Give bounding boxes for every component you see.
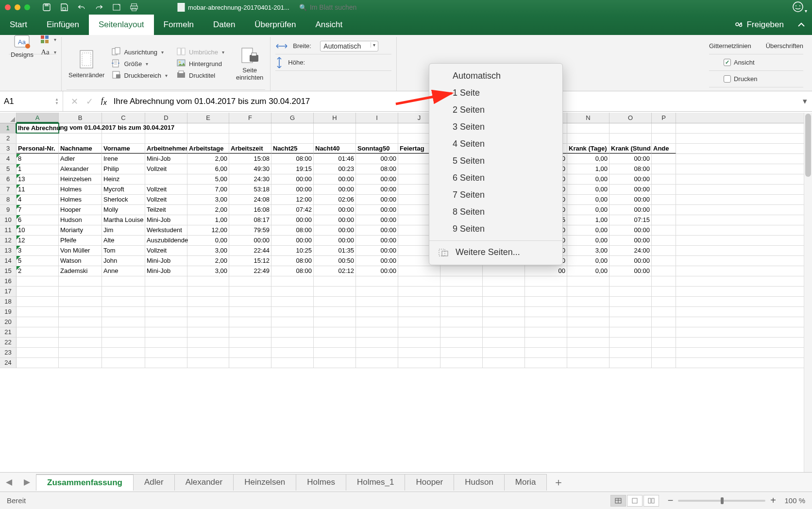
margins-button[interactable]: Seitenränder xyxy=(67,48,106,80)
cell[interactable] xyxy=(102,307,145,317)
cell[interactable]: Zademski xyxy=(59,266,102,276)
cell[interactable] xyxy=(652,287,676,296)
collapse-ribbon-button[interactable] xyxy=(791,15,812,35)
cell[interactable] xyxy=(483,317,525,327)
cell[interactable] xyxy=(314,297,356,306)
cell[interactable] xyxy=(187,358,229,368)
cell[interactable] xyxy=(567,276,609,286)
cell[interactable] xyxy=(525,317,567,327)
close-button[interactable] xyxy=(5,4,11,10)
cell[interactable] xyxy=(652,338,676,347)
cell[interactable] xyxy=(102,276,145,286)
cell[interactable] xyxy=(187,287,229,296)
cell[interactable] xyxy=(59,307,102,317)
col-header-E[interactable]: E xyxy=(187,113,229,123)
cell[interactable] xyxy=(356,358,398,368)
cell[interactable]: 0,00 xyxy=(187,236,229,245)
cell[interactable] xyxy=(271,287,314,296)
row-header[interactable]: 22 xyxy=(0,338,17,347)
cancel-icon[interactable]: ✕ xyxy=(71,96,78,107)
orientation-button[interactable]: Ausrichtung xyxy=(111,47,168,57)
cell[interactable] xyxy=(567,317,609,327)
cell[interactable] xyxy=(356,307,398,317)
cell[interactable] xyxy=(102,297,145,306)
cell[interactable] xyxy=(356,317,398,327)
sheet-tab-hooper[interactable]: Hooper xyxy=(405,474,454,491)
cell[interactable]: 01:46 xyxy=(314,154,356,164)
cell[interactable] xyxy=(59,287,102,296)
cell[interactable] xyxy=(59,327,102,337)
cell[interactable]: 12:00 xyxy=(271,195,314,204)
cell[interactable] xyxy=(356,348,398,357)
cell[interactable]: 00:00 xyxy=(356,236,398,245)
cell[interactable] xyxy=(145,348,187,357)
cell[interactable]: 0,00 xyxy=(567,174,609,184)
cell[interactable] xyxy=(567,338,609,347)
cell[interactable]: 00:00 xyxy=(314,215,356,225)
cell[interactable]: 00:00 xyxy=(609,195,652,204)
cell[interactable] xyxy=(271,317,314,327)
cell[interactable]: Holmes xyxy=(59,195,102,204)
cell[interactable]: 00:00 xyxy=(609,185,652,194)
cell[interactable]: 12 xyxy=(17,236,59,245)
cell[interactable]: 16:08 xyxy=(229,205,271,215)
cell[interactable] xyxy=(609,307,652,317)
cell[interactable] xyxy=(652,348,676,357)
cell[interactable]: 0,00 xyxy=(567,154,609,164)
name-box-spinner[interactable]: ▲▼ xyxy=(55,98,59,105)
cell[interactable]: Pfeife xyxy=(59,236,102,245)
cell[interactable]: 3 xyxy=(17,246,59,255)
row-header[interactable]: 21 xyxy=(0,327,17,337)
cell[interactable]: 00 xyxy=(525,266,567,276)
cell[interactable] xyxy=(609,327,652,337)
sheet-tab-alexander[interactable]: Alexander xyxy=(174,474,234,491)
tab-seitenlayout[interactable]: Seitenlayout xyxy=(89,15,154,35)
dropdown-item[interactable]: 9 Seiten xyxy=(429,221,562,238)
cell[interactable]: 6 xyxy=(17,215,59,225)
cell[interactable] xyxy=(652,276,676,286)
cell[interactable] xyxy=(271,123,314,133)
cell[interactable] xyxy=(17,276,59,286)
cell[interactable] xyxy=(229,287,271,296)
cell[interactable] xyxy=(229,123,271,133)
cell[interactable]: Vorname xyxy=(102,144,145,153)
dropdown-item[interactable]: 8 Seiten xyxy=(429,204,562,221)
vertical-scrollbar[interactable] xyxy=(804,113,812,472)
cell[interactable]: Nachname xyxy=(59,144,102,153)
cell[interactable]: 00:00 xyxy=(271,174,314,184)
cell[interactable]: 00:00 xyxy=(314,185,356,194)
cell[interactable] xyxy=(483,287,525,296)
headings-view-check[interactable]: Ansicht xyxy=(724,59,755,66)
cell[interactable]: 1,00 xyxy=(187,215,229,225)
cell[interactable] xyxy=(609,338,652,347)
cell[interactable] xyxy=(59,317,102,327)
cell[interactable]: 00:00 xyxy=(314,225,356,235)
sheet-tab-holmes_1[interactable]: Holmes_1 xyxy=(346,474,406,491)
maximize-button[interactable] xyxy=(24,4,30,10)
tab-formeln[interactable]: Formeln xyxy=(154,15,203,35)
cell[interactable] xyxy=(271,276,314,286)
cell[interactable]: 01:35 xyxy=(314,246,356,255)
cell[interactable] xyxy=(102,327,145,337)
cell[interactable]: 19:15 xyxy=(271,164,314,174)
sheet-tab-holmes[interactable]: Holmes xyxy=(296,474,346,491)
cell[interactable] xyxy=(609,297,652,306)
row-header[interactable]: 4 xyxy=(0,154,17,164)
cell[interactable] xyxy=(187,276,229,286)
dropdown-item[interactable]: 5 Seiten xyxy=(429,153,562,170)
cell[interactable]: 08:00 xyxy=(609,164,652,174)
cell[interactable] xyxy=(102,287,145,296)
cell[interactable] xyxy=(652,123,676,133)
cell[interactable]: 08:00 xyxy=(271,225,314,235)
cell[interactable]: Krank (Tage) xyxy=(567,144,609,153)
cell[interactable]: 07:42 xyxy=(271,205,314,215)
cell[interactable]: 1,00 xyxy=(567,164,609,174)
page-break-view-button[interactable] xyxy=(643,495,659,507)
row-header[interactable]: 3 xyxy=(0,144,17,153)
cell[interactable] xyxy=(398,317,440,327)
dropdown-item[interactable]: 6 Seiten xyxy=(429,170,562,187)
cell[interactable]: 3,00 xyxy=(187,195,229,204)
cell[interactable] xyxy=(525,338,567,347)
cell[interactable] xyxy=(567,327,609,337)
cell[interactable]: 1 xyxy=(17,164,59,174)
